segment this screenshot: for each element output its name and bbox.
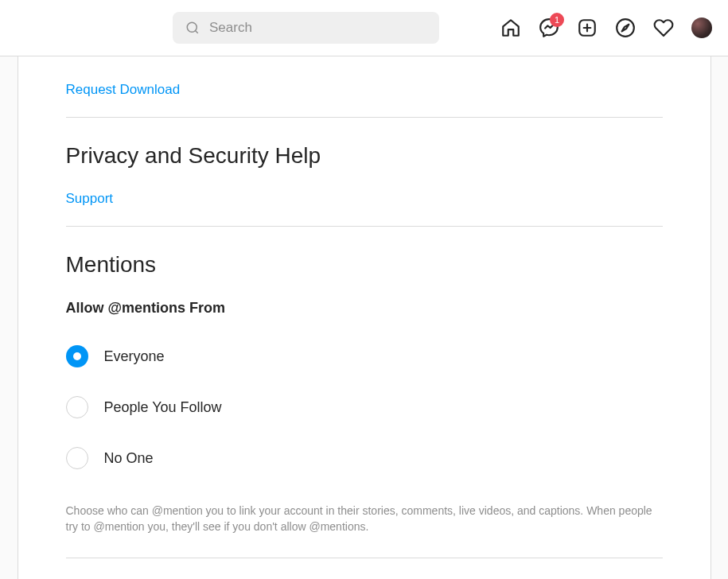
svg-point-5: [617, 19, 634, 37]
search-icon: [185, 21, 200, 35]
activity-heart-icon[interactable]: [653, 17, 674, 38]
radio-label: No One: [104, 450, 154, 467]
messenger-icon[interactable]: 1: [539, 17, 559, 38]
radio-option-no-one[interactable]: No One: [66, 447, 663, 469]
new-post-icon[interactable]: [577, 17, 598, 38]
home-icon[interactable]: [500, 17, 521, 38]
radio-indicator: [66, 396, 88, 418]
radio-indicator: [66, 345, 88, 367]
svg-point-0: [187, 22, 197, 32]
profile-avatar[interactable]: [691, 17, 712, 38]
divider: [66, 226, 663, 227]
settings-card: Request Download Privacy and Security He…: [18, 56, 711, 579]
top-bar: 1: [0, 0, 728, 56]
messenger-badge: 1: [550, 13, 564, 27]
svg-marker-6: [622, 25, 629, 32]
mentions-radio-group: Everyone People You Follow No One: [66, 345, 663, 469]
mentions-helper-text: Choose who can @mention you to link your…: [66, 503, 663, 535]
explore-icon[interactable]: [615, 17, 636, 38]
radio-option-everyone[interactable]: Everyone: [66, 345, 663, 367]
nav-icons: 1: [500, 17, 712, 38]
top-bar-inner: 1: [16, 12, 712, 44]
search-input[interactable]: [209, 20, 426, 36]
page: Request Download Privacy and Security He…: [0, 56, 728, 579]
support-link[interactable]: Support: [66, 191, 114, 207]
radio-label: People You Follow: [104, 399, 222, 416]
radio-indicator: [66, 447, 88, 469]
allow-mentions-heading: Allow @mentions From: [66, 300, 663, 317]
divider: [66, 117, 663, 118]
privacy-help-title: Privacy and Security Help: [66, 143, 663, 169]
divider: [66, 558, 663, 558]
radio-option-people-you-follow[interactable]: People You Follow: [66, 396, 663, 418]
svg-line-1: [195, 30, 197, 33]
radio-dot: [73, 352, 81, 360]
mentions-title: Mentions: [66, 252, 663, 278]
radio-label: Everyone: [104, 348, 165, 365]
request-download-link[interactable]: Request Download: [66, 82, 181, 98]
search-box[interactable]: [173, 12, 439, 44]
